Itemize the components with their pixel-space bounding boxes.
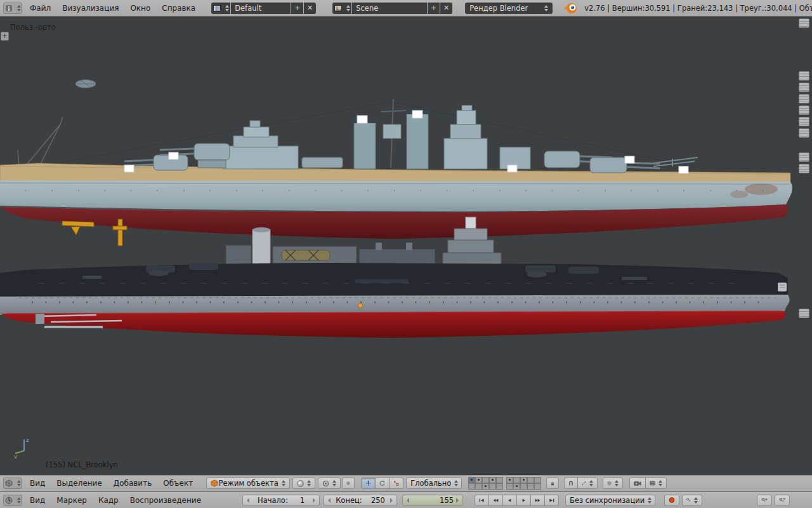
collapsed-panel-icon[interactable] (799, 83, 809, 92)
frame-end-label: Конец: (336, 496, 362, 505)
collapsed-panel-icon[interactable] (799, 105, 809, 115)
render-engine-select[interactable]: Рендер Blender (465, 3, 553, 14)
transform-orientation-select[interactable]: Глобально (406, 478, 462, 489)
menu-render[interactable]: Визуализация (56, 4, 124, 13)
menu-add[interactable]: Добавить (108, 479, 157, 488)
snap-element-select[interactable] (577, 478, 598, 489)
proportional-icon (607, 480, 612, 486)
mode-select-value: Режим объекта (219, 479, 278, 488)
current-frame-field[interactable]: 155 (402, 495, 463, 506)
layer-toggle[interactable] (482, 483, 489, 490)
layer-toggle[interactable] (496, 483, 503, 490)
layer-toggle[interactable] (534, 477, 541, 483)
pivot-icon (322, 480, 329, 487)
manipulator-translate-button[interactable] (361, 478, 376, 489)
decrement-arrow-icon[interactable] (328, 498, 331, 503)
layer-toggle[interactable] (527, 483, 534, 490)
menu-file[interactable]: Файл (24, 4, 56, 13)
collapsed-panel-icon[interactable] (799, 71, 809, 81)
menu-help[interactable]: Справка (156, 4, 201, 13)
chevron-updown-icon (615, 480, 619, 486)
menu-view[interactable]: Вид (24, 496, 51, 505)
layer-toggle[interactable] (475, 477, 482, 483)
screen-browse-button[interactable] (211, 3, 230, 14)
collapsed-panel-icon[interactable] (799, 117, 809, 126)
menu-frame[interactable]: Кадр (93, 496, 124, 505)
layer-toggle[interactable] (513, 483, 520, 490)
increment-arrow-icon[interactable] (456, 498, 459, 503)
collapsed-panel-icon[interactable] (799, 309, 809, 318)
menu-marker[interactable]: Маркер (51, 496, 93, 505)
chevron-updown-icon (694, 497, 698, 504)
layer-toggle[interactable] (527, 477, 534, 483)
increment-arrow-icon[interactable] (313, 498, 315, 503)
play-reverse-button[interactable] (502, 495, 517, 506)
viewport-3d[interactable]: Польз.-орто + z y (155) NCL_Brooklyn (0, 17, 812, 475)
menu-select[interactable]: Выделение (51, 479, 107, 488)
editor-type-button[interactable] (3, 478, 22, 489)
opengl-render-anim-button[interactable] (645, 478, 667, 489)
screen-name-field[interactable]: Default (231, 3, 291, 14)
layer-toggle[interactable] (475, 483, 482, 490)
previous-keyframe-button[interactable] (488, 495, 503, 506)
sync-mode-select[interactable]: Без синхронизации (565, 495, 655, 506)
frame-start-field[interactable]: Начало: 1 (242, 495, 320, 506)
layer-toggle[interactable] (468, 477, 475, 483)
scene-name-field[interactable]: Scene (352, 3, 427, 14)
layer-toggle[interactable] (489, 477, 496, 483)
pivot-align-toggle[interactable] (342, 478, 355, 489)
decrement-arrow-icon[interactable] (407, 498, 409, 503)
increment-arrow-icon[interactable] (390, 498, 393, 503)
scene-3d-render (0, 17, 812, 475)
region-expand-button[interactable]: + (1, 32, 9, 41)
decrement-arrow-icon[interactable] (247, 498, 249, 503)
screen-add-button[interactable]: + (291, 3, 303, 14)
viewport-shading-select[interactable] (292, 478, 315, 489)
jump-to-end-button[interactable] (544, 495, 559, 506)
auto-keyframe-record-button[interactable] (664, 495, 679, 506)
collapsed-panel-icon[interactable] (799, 164, 809, 173)
layer-toggle[interactable] (534, 483, 541, 490)
menu-playback[interactable]: Воспроизведение (124, 496, 207, 505)
screen-unlink-button[interactable]: ✕ (304, 3, 316, 14)
menu-window[interactable]: Окно (124, 4, 156, 13)
proportional-editing-select[interactable] (603, 478, 623, 489)
delete-keyframe-button[interactable] (775, 495, 790, 506)
manipulator-scale-button[interactable] (389, 478, 403, 489)
keying-set-select[interactable] (682, 495, 702, 506)
play-button[interactable] (516, 495, 531, 506)
layer-toggle[interactable] (468, 483, 475, 490)
collapsed-panel-icon[interactable] (799, 18, 809, 28)
layer-toggle[interactable] (496, 477, 503, 483)
pivot-point-select[interactable] (318, 478, 341, 489)
menu-view[interactable]: Вид (24, 479, 51, 488)
layer-toggle[interactable] (482, 477, 489, 483)
next-keyframe-button[interactable] (530, 495, 545, 506)
editor-type-button[interactable] (3, 3, 22, 14)
lock-to-scene-button[interactable] (546, 478, 559, 489)
key-icon (686, 497, 691, 504)
jump-to-start-button[interactable] (475, 495, 489, 506)
scene-unlink-button[interactable]: ✕ (440, 3, 452, 14)
layer-toggle[interactable] (506, 477, 513, 483)
frame-end-field[interactable]: Конец: 250 (324, 495, 397, 506)
manipulator-rotate-button[interactable] (375, 478, 390, 489)
collapsed-panel-icon[interactable] (799, 128, 809, 138)
collapsed-panel-icon[interactable] (799, 94, 809, 104)
editor-type-button[interactable] (3, 495, 22, 506)
ship-top-textured[interactable] (0, 80, 792, 246)
layer-toggle[interactable] (520, 477, 527, 483)
opengl-render-image-button[interactable] (629, 478, 646, 489)
layer-toggle[interactable] (513, 477, 520, 483)
scene-browse-button[interactable] (332, 3, 351, 14)
menu-object[interactable]: Объект (157, 479, 199, 488)
insert-keyframe-button[interactable] (757, 495, 772, 506)
layer-toggle[interactable] (489, 483, 496, 490)
collapsed-panel-icon[interactable] (799, 152, 809, 162)
scene-add-button[interactable]: + (428, 3, 440, 14)
view3d-header: Вид Выделение Добавить Объект Режим объе… (0, 475, 812, 491)
layer-toggle[interactable] (506, 483, 513, 490)
snap-magnet-button[interactable] (564, 478, 578, 489)
layer-toggle[interactable] (520, 483, 527, 490)
mode-select[interactable]: Режим объекта (206, 478, 290, 489)
